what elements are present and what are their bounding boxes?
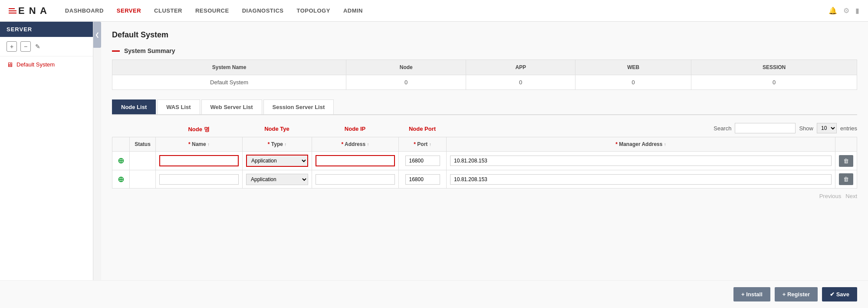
bottom-actions: + Install + Register ✔ Save xyxy=(0,280,868,308)
register-button[interactable]: + Register xyxy=(775,287,818,301)
nav-admin[interactable]: ADMIN xyxy=(343,7,363,14)
node-section-top: Node 명 Node Tye Node IP Node Port Search… xyxy=(112,123,857,133)
show-label: Show xyxy=(799,125,813,132)
nav-items: DASHBOARD SERVER CLUSTER RESOURCE DIAGNO… xyxy=(65,7,829,14)
row1-address-cell xyxy=(312,152,399,170)
tab-session-server-list[interactable]: Session Server List xyxy=(263,99,334,114)
gear-icon[interactable]: ⚙ xyxy=(843,7,849,15)
sidebar-add-button[interactable]: + xyxy=(7,41,17,52)
row2-manager-input[interactable]: 10.81.208.153 xyxy=(450,174,832,185)
section-title: System Summary xyxy=(124,47,175,54)
row2-type-cell: Application Web Server Session Server xyxy=(243,170,312,189)
col-manager-address: Manager Address ↑ xyxy=(447,137,835,152)
sidebar-item-default-system[interactable]: 🖥 Default System xyxy=(0,56,93,73)
search-input[interactable] xyxy=(735,123,796,133)
summary-col-node: Node xyxy=(346,60,466,75)
col-address: Address ↑ xyxy=(312,137,399,152)
address-sort-icon[interactable]: ↑ xyxy=(367,142,369,147)
row1-type-select[interactable]: Application Web Server Session Server xyxy=(246,155,308,167)
sidebar-edit-button[interactable]: ✎ xyxy=(35,43,40,50)
nav-icon-group: 🔔 ⚙ ▮ xyxy=(829,7,859,15)
sidebar-actions: + − ✎ xyxy=(0,37,93,56)
nav-cluster[interactable]: CLUSTER xyxy=(154,7,182,14)
row2-name-input[interactable] xyxy=(159,174,239,185)
sidebar-header: SERVER xyxy=(0,22,93,37)
row2-type-select[interactable]: Application Web Server Session Server xyxy=(246,174,308,185)
summary-cell-app: 0 xyxy=(466,75,575,90)
tab-web-server-list[interactable]: Web Server List xyxy=(201,99,262,114)
row1-manager-input[interactable]: 10.81.208.153 xyxy=(450,156,832,166)
row2-add-icon[interactable]: ⊕ xyxy=(117,175,125,184)
entries-label: entries xyxy=(840,125,857,132)
nav-diagnostics[interactable]: DIAGNOSTICS xyxy=(242,7,284,14)
summary-col-web: WEB xyxy=(575,60,691,75)
summary-cell-web: 0 xyxy=(575,75,691,90)
row1-type-cell: Application Web Server Session Server xyxy=(243,152,312,170)
node-name-label: Node 명 xyxy=(155,126,242,133)
nav-dashboard[interactable]: DASHBOARD xyxy=(65,7,104,14)
nav-server[interactable]: SERVER xyxy=(117,7,141,14)
panel-icon[interactable]: ▮ xyxy=(855,7,859,15)
row2-address-input[interactable] xyxy=(316,174,395,185)
summary-table: System Name Node APP WEB SESSION Default… xyxy=(112,60,857,90)
row2-delete-cell: 🗑 xyxy=(835,170,857,189)
row1-port-input[interactable]: 16800 xyxy=(405,156,440,166)
row2-delete-button[interactable]: 🗑 xyxy=(839,173,853,185)
summary-row: Default System 0 0 0 0 xyxy=(112,75,857,90)
row2-checkbox-cell: ⊕ xyxy=(112,170,130,189)
summary-col-system-name: System Name xyxy=(112,60,346,75)
summary-cell-name: Default System xyxy=(112,75,346,90)
row1-delete-button[interactable]: 🗑 xyxy=(839,155,853,167)
plus-circle-icon: ⊕ xyxy=(118,156,124,166)
main-content: Default System System Summary System Nam… xyxy=(101,22,868,280)
sidebar-title: SERVER xyxy=(7,26,32,33)
row1-port-cell: 16800 xyxy=(399,152,447,170)
row2-name-cell xyxy=(156,170,243,189)
node-port-label: Node Port xyxy=(398,126,446,133)
tab-node-list[interactable]: Node List xyxy=(112,99,156,114)
port-sort-icon[interactable]: ↑ xyxy=(429,142,431,147)
search-label: Search xyxy=(713,125,731,132)
nav-resource[interactable]: RESOURCE xyxy=(195,7,229,14)
table-header-row: Status Name ↑ Type ↑ Address ↑ Port ↑ Ma… xyxy=(112,137,857,152)
logo-line-3 xyxy=(9,13,16,13)
row1-address-input[interactable] xyxy=(316,155,395,166)
summary-col-session: SESSION xyxy=(691,60,857,75)
name-sort-icon[interactable]: ↑ xyxy=(207,142,210,147)
summary-col-app: APP xyxy=(466,60,575,75)
logo-line-1 xyxy=(9,8,15,9)
row1-delete-cell: 🗑 xyxy=(835,152,857,170)
row1-manager-cell: 10.81.208.153 xyxy=(447,152,835,170)
col-port: Port ↑ xyxy=(399,137,447,152)
previous-button[interactable]: Previous xyxy=(819,193,842,199)
node-column-labels: Node 명 Node Tye Node IP Node Port xyxy=(112,126,713,133)
sidebar-remove-button[interactable]: − xyxy=(20,41,31,52)
search-area: Search Show 10 25 50 entries xyxy=(713,123,857,133)
row2-address-cell xyxy=(312,170,399,189)
show-select[interactable]: 10 25 50 xyxy=(817,123,837,133)
row1-name-input[interactable] xyxy=(159,155,239,166)
app-logo: E N A xyxy=(9,5,48,17)
col-name: Name ↑ xyxy=(156,137,243,152)
nav-topology[interactable]: TOPOLOGY xyxy=(296,7,330,14)
manager-sort-icon[interactable]: ↑ xyxy=(664,142,666,147)
row2-port-input[interactable]: 16800 xyxy=(405,174,440,185)
section-header: System Summary xyxy=(112,47,857,54)
col-checkbox xyxy=(112,137,130,152)
col-action xyxy=(835,137,857,152)
col-type: Type ↑ xyxy=(243,137,312,152)
bell-icon[interactable]: 🔔 xyxy=(829,7,837,15)
type-sort-icon[interactable]: ↑ xyxy=(284,142,286,147)
node-type-label: Node Tye xyxy=(242,126,312,133)
logo-text: E N A xyxy=(18,5,48,17)
col-status: Status xyxy=(130,137,156,152)
install-button[interactable]: + Install xyxy=(733,287,770,301)
row1-add-icon[interactable]: ⊕ xyxy=(117,156,125,165)
tab-was-list[interactable]: WAS List xyxy=(157,99,200,114)
row2-port-cell: 16800 xyxy=(399,170,447,189)
node-ip-label: Node IP xyxy=(312,126,398,133)
row1-name-cell xyxy=(156,152,243,170)
next-button[interactable]: Next xyxy=(845,193,857,199)
save-button[interactable]: ✔ Save xyxy=(822,287,857,301)
sidebar-collapse-button[interactable]: ❮ xyxy=(93,22,101,48)
